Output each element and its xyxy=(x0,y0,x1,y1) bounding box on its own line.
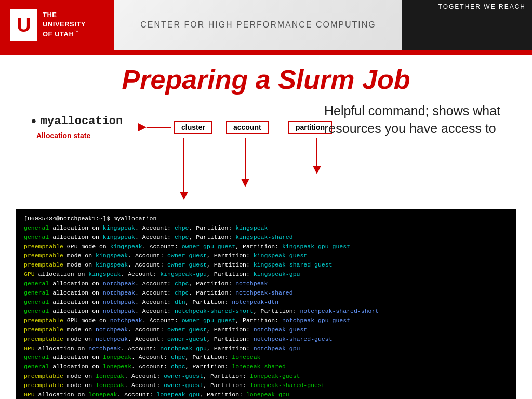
logo-area: U THE UNIVERSITY OF UTAH™ xyxy=(0,0,114,50)
terminal-line: general allocation on kingspeak. Account… xyxy=(24,223,508,233)
university-name: THE UNIVERSITY OF UTAH™ xyxy=(43,10,86,39)
terminal-line: general allocation on notchpeak. Account… xyxy=(24,288,508,298)
terminal-line: general allocation on lonepeak. Account:… xyxy=(24,362,508,371)
terminal-line: preemptable GPU mode on kingspeak. Accou… xyxy=(24,242,508,251)
terminal-line: GPU allocation on lonepeak. Account: lon… xyxy=(24,390,508,399)
prompt-text: [u6035484@notchpeak1:~]$ xyxy=(24,215,114,222)
u-letter: U xyxy=(10,9,37,41)
helpful-text: Helpful command; shows what resources yo… xyxy=(324,102,511,138)
terminal-line: preemptable mode on notchpeak. Account: … xyxy=(24,325,508,335)
terminal-line: GPU allocation on notchpeak. Account: no… xyxy=(24,344,508,353)
main-content: Preparing a Slurm Job xyxy=(0,55,532,399)
terminal-line: GPU allocation on kingspeak. Account: ki… xyxy=(24,270,508,279)
slide-title: Preparing a Slurm Job xyxy=(21,55,511,102)
header: U THE UNIVERSITY OF UTAH™ CENTER FOR HIG… xyxy=(0,0,532,52)
terminal-line: preemptable mode on kingspeak. Account: … xyxy=(24,260,508,270)
terminal-line: general allocation on notchpeak. Account… xyxy=(24,307,508,316)
cluster-box: cluster xyxy=(174,121,212,134)
terminal-line: general allocation on notchpeak. Account… xyxy=(24,298,508,307)
bullet-dot: • xyxy=(31,113,36,129)
university-line1: THE xyxy=(43,10,86,20)
terminal-block: [u6035484@notchpeak1:~]$ myallocation ge… xyxy=(16,209,516,399)
prompt-cmd: myallocation xyxy=(114,215,157,222)
university-logo: U THE UNIVERSITY OF UTAH™ xyxy=(10,9,86,41)
terminal-prompt: [u6035484@notchpeak1:~]$ myallocation xyxy=(24,214,508,223)
bullet-command: myallocation xyxy=(41,115,123,128)
university-line2: UNIVERSITY xyxy=(43,20,86,29)
terminal-line: general allocation on notchpeak. Account… xyxy=(24,279,508,288)
terminal-line: preemptable mode on lonepeak. Account: o… xyxy=(24,371,508,381)
allocation-state-label: Allocation state xyxy=(36,131,90,140)
account-box: account xyxy=(226,121,269,134)
terminal-line: preemptable mode on notchpeak. Account: … xyxy=(24,335,508,344)
slide-container: U THE UNIVERSITY OF UTAH™ CENTER FOR HIG… xyxy=(0,0,532,399)
university-line3: OF UTAH™ xyxy=(43,29,86,39)
header-tagline: TOGETHER WE REACH xyxy=(402,0,532,50)
terminal-line: general allocation on kingspeak. Account… xyxy=(24,233,508,242)
terminal-line: preemptable GPU mode on notchpeak. Accou… xyxy=(24,316,508,325)
header-center: CENTER FOR HIGH PERFORMANCE COMPUTING xyxy=(114,0,402,50)
diagram-wrapper: • myallocation Allocation state cluster … xyxy=(21,102,511,206)
terminal-lines: general allocation on kingspeak. Account… xyxy=(24,223,508,399)
terminal-line: general allocation on lonepeak. Account:… xyxy=(24,353,508,362)
center-title: CENTER FOR HIGH PERFORMANCE COMPUTING xyxy=(140,20,376,30)
terminal-line: preemptable mode on lonepeak. Account: o… xyxy=(24,381,508,390)
bullet-row: • myallocation xyxy=(31,113,123,129)
terminal-line: preemptable mode on kingspeak. Account: … xyxy=(24,251,508,260)
